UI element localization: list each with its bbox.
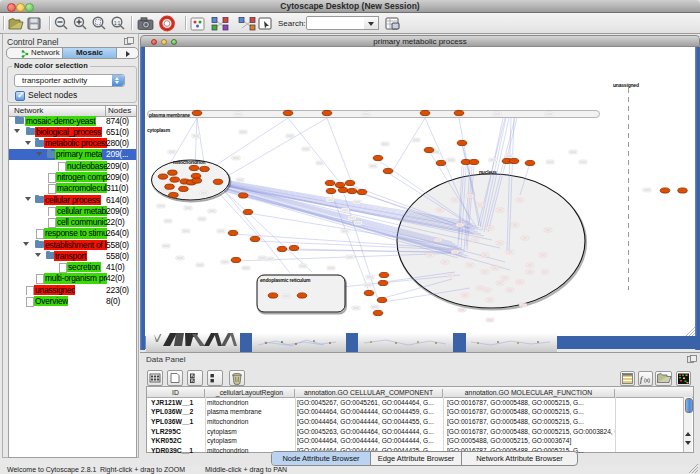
svg-text:(x): (x) [644,377,650,383]
svg-text:1:1: 1:1 [114,21,121,26]
